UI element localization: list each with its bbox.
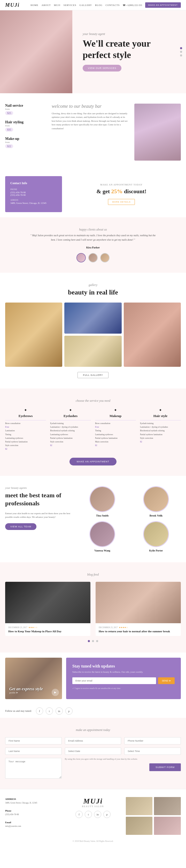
team-avatar-brook (143, 486, 169, 512)
newsletter-send-btn[interactable]: SEND ➤ (158, 677, 175, 684)
team-name-kylie: Kylie Porter (131, 549, 181, 552)
blog-card-2[interactable]: DECEMBER 23, 2017 ★★★★☆ How to return yo… (96, 582, 181, 636)
makeup-title: Makeup (95, 414, 136, 418)
first-name-input[interactable] (5, 737, 62, 744)
nav-logo[interactable]: MUJi (5, 2, 20, 8)
social-row: Follow us and stay tuned: f t in p (0, 704, 186, 718)
hero-dot-2[interactable] (180, 51, 182, 53)
team-avatar-tina (89, 486, 115, 512)
newsletter-sub: Subscribe to receive the latest in beaut… (72, 671, 175, 673)
nav-link-muji[interactable]: MuJi (54, 4, 61, 6)
service-price-makeup: $22 (5, 144, 13, 148)
blog-card-1[interactable]: DECEMBER 23, 2017 ★★★☆☆ How to Keep Your… (5, 582, 90, 636)
phone-input[interactable] (124, 737, 181, 744)
avatar-2[interactable] (88, 253, 98, 262)
hero-dot-1[interactable] (180, 47, 182, 49)
team-subtitle: your beauty agents (5, 486, 72, 489)
blog-subtitle: blog feed (5, 573, 181, 577)
hero-dot-3[interactable] (180, 54, 182, 57)
hero-cta-button[interactable]: VIEW OUR SERVICES (83, 65, 121, 71)
social-icons: f t in p (36, 707, 73, 715)
message-textarea[interactable] (5, 758, 62, 779)
nav-link-blog[interactable]: Blog (95, 4, 103, 6)
blog-date-text-2: DECEMBER 23, 2017 (99, 626, 118, 629)
service-from-nail: from (5, 108, 52, 110)
team-name-vanessa: Vanessa Wang (77, 549, 127, 552)
facebook-icon[interactable]: f (36, 707, 43, 715)
choose-subtitle: choose the service you need (5, 399, 181, 403)
nav-link-home[interactable]: Home (31, 4, 38, 6)
blog-dot-2[interactable] (92, 640, 94, 642)
footer-email-value: info@yoursite.com (5, 825, 21, 827)
discount-section: Contact Info PHONE (555) 456-78-98(555) … (0, 171, 186, 217)
avatar-3[interactable] (100, 253, 110, 262)
nav-cta-button[interactable]: MAKE AN APPOINTMENT (145, 2, 181, 8)
appointment-section: make an appointment today By using this … (0, 718, 186, 789)
play-button[interactable]: ▶ (52, 689, 59, 696)
footer-address-title: ADDRESS (5, 798, 16, 800)
express-style-box: Get an express style profile ➤ ▶ (5, 658, 62, 699)
hero-image (0, 10, 72, 93)
nav-phone: ☎ +1(800) 222-333 (123, 4, 142, 6)
team-member-brook: Brook Velik (131, 486, 181, 517)
contact-phone-value: (555) 456-78-98(555) 456-78-90 (10, 191, 57, 196)
footer: ADDRESS 3489, Green Street, Chicago, IL … (0, 789, 186, 850)
footer-phone-value: (555) 456-78-98 (5, 813, 19, 816)
time-input[interactable] (124, 748, 181, 755)
social-label: Follow us and stay tuned: (5, 710, 32, 712)
last-name-input[interactable] (5, 748, 62, 755)
blog-info-1: DECEMBER 23, 2017 ★★★☆☆ How to Keep Your… (5, 623, 90, 636)
blog-dot-3[interactable] (96, 640, 98, 642)
instagram-icon[interactable]: in (55, 707, 63, 715)
welcome-text: welcome to our beauty bar Glowing, dewy … (52, 103, 129, 161)
gallery-item-2 (64, 303, 121, 334)
footer-img-1 (126, 797, 153, 815)
welcome-image (134, 103, 181, 161)
hairstyle-title: Hair style (140, 414, 181, 418)
contact-address-label: ADRESS (10, 199, 57, 201)
nav-link-services[interactable]: Services (64, 4, 76, 6)
email-input[interactable] (65, 737, 121, 744)
discount-more-btn[interactable]: MORE DETAILS (108, 199, 135, 205)
blog-date-text-1: DECEMBER 23, 2017 (8, 626, 27, 629)
team-member-kylie: Kylie Porter (131, 521, 181, 552)
date-input[interactable] (65, 748, 121, 755)
testimonials-avatars (15, 253, 171, 262)
nav-link-contacts[interactable]: Contacts (105, 4, 120, 6)
gallery-section: gallery beauty in real life FULL GALLERY (0, 273, 186, 389)
submit-button[interactable]: SUBMIT FORM (149, 763, 181, 771)
twitter-icon[interactable]: t (46, 707, 53, 715)
nav-link-about[interactable]: About (42, 4, 51, 6)
service-name-hair: Hair styling (5, 120, 52, 124)
footer-img-3 (126, 817, 153, 835)
contact-phone-label: PHONE (10, 188, 57, 191)
footer-phone-title: Phone (5, 809, 11, 812)
discount-title: & get 25% discount! (96, 188, 146, 195)
appointment-form: By using this form you agree with the st… (5, 737, 181, 779)
service-item-makeup: Make-up from $22 (5, 137, 52, 148)
nav-link-gallery[interactable]: Gallery (79, 4, 92, 6)
newsletter-email-input[interactable] (72, 677, 156, 684)
team-title: meet the best team of professionals (5, 491, 72, 507)
welcome-content: welcome to our beauty bar Glowing, dewy … (52, 103, 181, 161)
contact-box-title: Contact Info (10, 181, 57, 185)
gallery-full-btn[interactable]: FULL GALLERY (77, 372, 109, 378)
blog-info-2: DECEMBER 23, 2017 ★★★★☆ How to return yo… (96, 623, 181, 636)
makeup-icon: ✦ (95, 408, 136, 412)
services-cta: MAKE AN APPOINTMENT (5, 458, 181, 465)
testimonials-subtitle: happy clients about us (15, 228, 171, 231)
services-appt-btn[interactable]: MAKE AN APPOINTMENT (70, 458, 116, 465)
footer-instagram-icon[interactable]: in (94, 811, 101, 818)
pinterest-icon[interactable]: p (65, 707, 73, 715)
newsletter-box: Stay tuned with updates Subscribe to rec… (66, 658, 181, 699)
team-view-btn[interactable]: VIEW ALL TEAM (5, 523, 36, 530)
footer-twitter-icon[interactable]: t (85, 811, 92, 818)
avatar-1[interactable] (76, 253, 86, 262)
team-avatar-kylie (143, 521, 169, 547)
blog-dot-1[interactable] (88, 640, 90, 642)
footer-facebook-icon[interactable]: f (75, 811, 83, 818)
footer-pinterest-icon[interactable]: p (103, 811, 111, 818)
hero-section: your beauty agent We'll create your perf… (0, 10, 186, 93)
hero-dots (180, 47, 182, 57)
team-avatar-vanessa (89, 521, 115, 547)
